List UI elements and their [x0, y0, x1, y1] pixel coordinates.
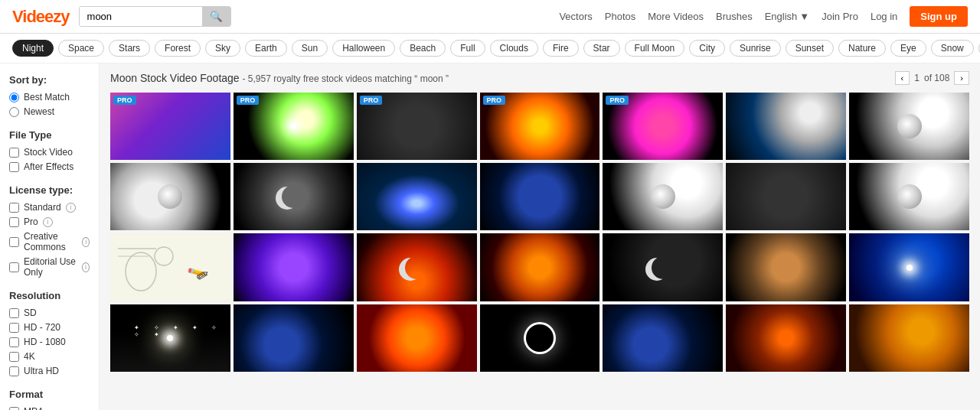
video-thumb[interactable] [357, 304, 477, 372]
pro-badge: PRO [237, 96, 260, 105]
tag-sun[interactable]: Sun [292, 40, 328, 57]
res-hd1080[interactable]: HD - 1080 [9, 337, 90, 347]
res-sd[interactable]: SD [9, 308, 90, 318]
video-thumb[interactable] [726, 163, 846, 230]
video-thumb[interactable] [480, 233, 600, 301]
video-thumb[interactable] [603, 163, 723, 230]
tag-star[interactable]: Star [583, 40, 620, 57]
video-thumb[interactable] [234, 233, 354, 301]
tag-clouds[interactable]: Clouds [490, 40, 538, 57]
standard-info-icon[interactable]: i [66, 203, 76, 213]
filetype-after-effects[interactable]: After Effects [9, 161, 90, 172]
video-thumb[interactable] [234, 304, 354, 372]
tag-full[interactable]: Full [450, 40, 485, 57]
video-thumb[interactable]: PRO [110, 93, 230, 160]
tag-sky[interactable]: Sky [205, 40, 240, 57]
sort-best-match[interactable]: Best Match [9, 92, 90, 102]
log-in-link[interactable]: Log in [871, 11, 897, 22]
license-editorial-only[interactable]: Editorial Use Only i [9, 256, 90, 278]
header-nav: Vectors Photos More Videos Brushes Engli… [559, 6, 968, 27]
pro-info-icon[interactable]: i [43, 217, 53, 227]
nav-brushes[interactable]: Brushes [716, 11, 753, 22]
moon-icon [897, 184, 922, 209]
pro-badge: PRO [360, 96, 383, 105]
tag-night[interactable]: Night [12, 40, 54, 57]
res-ultra-hd[interactable]: Ultra HD [9, 366, 90, 376]
pro-badge: PRO [483, 96, 506, 105]
res-hd720[interactable]: HD - 720 [9, 322, 90, 333]
language-selector[interactable]: English ▼ [765, 11, 810, 22]
video-thumb[interactable] [110, 163, 230, 230]
tag-stars[interactable]: Stars [109, 40, 150, 57]
moon-icon [651, 184, 675, 209]
tag-forest[interactable]: Forest [155, 40, 201, 57]
tag-city[interactable]: City [689, 40, 725, 57]
filetype-stock-video[interactable]: Stock Video [9, 147, 90, 158]
format-mp4[interactable]: MP4 [9, 406, 90, 410]
video-grid: PROPROPROPROPRO✏️✏ [110, 93, 969, 372]
nav-more-videos[interactable]: More Videos [648, 11, 704, 22]
search-button[interactable]: 🔍 [202, 7, 230, 26]
tag-beach[interactable]: Beach [400, 40, 446, 57]
video-thumb[interactable]: PRO [234, 93, 354, 160]
video-thumb[interactable] [603, 304, 723, 372]
video-thumb[interactable] [603, 233, 723, 301]
video-thumb[interactable] [849, 163, 969, 230]
nav-photos[interactable]: Photos [605, 11, 635, 22]
resolution-section: Resolution SD HD - 720 HD - 1080 4K Ultr… [9, 290, 90, 376]
search-input[interactable]: moon [80, 7, 202, 26]
sidebar: Sort by: Best Match Newest File Type Sto… [0, 63, 100, 410]
video-thumb[interactable] [110, 304, 230, 372]
tag-sunset[interactable]: Sunset [786, 40, 834, 57]
tag-eye[interactable]: Eye [890, 40, 926, 57]
tag-earth[interactable]: Earth [245, 40, 287, 57]
tag-space[interactable]: Space [58, 40, 104, 57]
current-page: 1 [914, 73, 920, 83]
video-thumb[interactable]: ✏️✏ [110, 233, 230, 301]
svg-point-2 [126, 252, 156, 291]
sign-up-button[interactable]: Sign up [910, 6, 968, 27]
editorial-info-icon[interactable]: i [82, 262, 90, 272]
starburst-icon [167, 335, 173, 341]
crescent-moon-icon [652, 256, 675, 279]
header: Videezy moon 🔍 Vectors Photos More Video… [0, 0, 980, 34]
video-thumb[interactable] [480, 304, 600, 372]
results-header: Moon Stock Video Footage - 5,957 royalty… [110, 71, 969, 85]
license-creative-commons[interactable]: Creative Commons i [9, 231, 90, 252]
tag-snow[interactable]: Snow [931, 40, 974, 57]
res-4k[interactable]: 4K [9, 351, 90, 362]
video-thumb[interactable] [726, 93, 846, 160]
video-thumb[interactable] [480, 163, 600, 230]
video-thumb[interactable]: PRO [357, 93, 477, 160]
next-page-button[interactable]: › [954, 71, 969, 85]
video-thumb[interactable]: PRO [603, 93, 723, 160]
video-thumb[interactable] [357, 163, 477, 230]
cc-info-icon[interactable]: i [82, 237, 90, 247]
video-thumb[interactable] [726, 233, 846, 301]
tag-full-moon[interactable]: Full Moon [625, 40, 685, 57]
license-pro[interactable]: Pro i [9, 216, 90, 227]
video-thumb[interactable] [234, 163, 354, 230]
tag-sunrise[interactable]: Sunrise [730, 40, 781, 57]
tag-fire[interactable]: Fire [543, 40, 579, 57]
sort-newest[interactable]: Newest [9, 106, 90, 117]
video-thumb[interactable] [849, 93, 969, 160]
content-area: Moon Stock Video Footage - 5,957 royalty… [100, 63, 980, 410]
license-type-section: License type: Standard i Pro i Creative … [9, 184, 90, 278]
join-pro-link[interactable]: Join Pro [822, 11, 858, 22]
file-type-title: File Type [9, 129, 90, 141]
video-thumb[interactable] [357, 233, 477, 301]
starburst-icon [906, 265, 913, 271]
video-thumb[interactable]: PRO [480, 93, 600, 160]
tag-nature[interactable]: Nature [838, 40, 886, 57]
crescent-moon-icon [282, 185, 305, 208]
license-standard[interactable]: Standard i [9, 202, 90, 213]
video-thumb[interactable] [849, 233, 969, 301]
tag-halloween[interactable]: Halloween [332, 40, 395, 57]
prev-page-button[interactable]: ‹ [895, 71, 910, 85]
resolution-title: Resolution [9, 290, 90, 301]
nav-vectors[interactable]: Vectors [559, 11, 592, 22]
video-thumb[interactable] [849, 304, 969, 372]
svg-point-3 [155, 247, 173, 265]
video-thumb[interactable] [726, 304, 846, 372]
